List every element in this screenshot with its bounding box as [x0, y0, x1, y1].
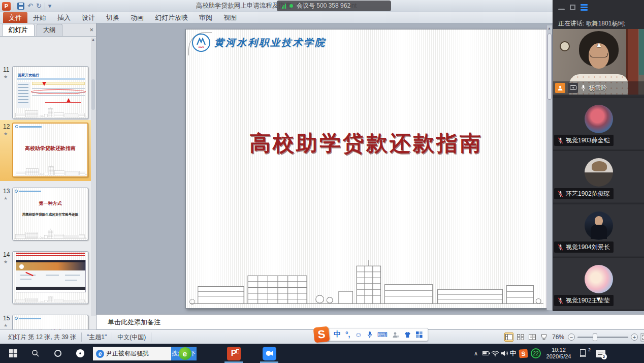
fit-to-window-button[interactable]: [640, 333, 644, 342]
tencent-meeting-taskbar-icon[interactable]: [258, 344, 280, 363]
minimize-icon[interactable]: [558, 9, 565, 10]
tab-animations[interactable]: 动画: [125, 12, 149, 23]
slide-canvas[interactable]: 1929 黄河水利职业技术学院 高校助学贷款还款指南: [185, 29, 547, 309]
powerpoint-taskbar-icon[interactable]: P: [222, 344, 245, 363]
animation-star-icon: ★: [4, 323, 8, 328]
thumb-subtitle: 用高校助学贷款生成的支付宝账号还款: [13, 213, 88, 217]
campus-sketch: [14, 295, 87, 302]
tab-transitions[interactable]: 切换: [101, 12, 125, 23]
wall-clock: [560, 41, 570, 51]
emoji-icon[interactable]: ☺: [355, 330, 362, 339]
input-language-indicator[interactable]: 中: [508, 344, 518, 363]
slideshow-view-button[interactable]: [539, 332, 549, 342]
ime-mode-chinese[interactable]: 中: [334, 330, 341, 339]
slide-number: 11: [3, 66, 12, 73]
status-dot-icon: [289, 4, 293, 8]
sogou-logo-icon[interactable]: S: [313, 326, 330, 343]
maximize-icon[interactable]: [570, 5, 575, 10]
participant-tile[interactable]: 视觉1903薛金铠: [553, 97, 644, 149]
participant-name: 视觉1903薛金铠: [566, 136, 610, 145]
scroll-up-icon[interactable]: ▲: [548, 26, 551, 30]
sogou-pinwheel-icon[interactable]: [70, 344, 90, 363]
signal-icon: [282, 4, 286, 9]
tab-file[interactable]: 文件: [3, 12, 27, 23]
tab-review[interactable]: 审阅: [194, 12, 218, 23]
scroll-down-icon[interactable]: ▼: [595, 295, 602, 303]
tab-design[interactable]: 设计: [76, 12, 101, 23]
slide-thumbnail-13[interactable]: 第一种方式 用高校助学贷款生成的支付宝账号还款: [12, 188, 88, 240]
school-name: 黄河水利职业技术学院: [214, 36, 326, 49]
normal-view-button[interactable]: [504, 332, 513, 342]
zoom-slider-thumb[interactable]: [593, 334, 597, 341]
scroll-up-icon[interactable]: ▲: [91, 38, 95, 41]
tab-outline[interactable]: 大纲: [37, 24, 62, 36]
video-tile[interactable]: 杨雪吟: [553, 29, 644, 95]
tab-slideshow[interactable]: 幻灯片放映: [149, 12, 194, 23]
slide-thumbnail-11[interactable]: 国家开发银行: [12, 66, 88, 119]
notification-windows-icon[interactable]: 2: [578, 344, 591, 363]
reading-view-button[interactable]: [528, 332, 537, 342]
zoom-out-button[interactable]: −: [568, 334, 575, 341]
account-icon[interactable]: [392, 331, 399, 338]
virtual-keyboard-icon[interactable]: ⌨: [377, 330, 388, 339]
slide-thumbnail-12[interactable]: 高校助学贷款还款指南: [12, 123, 88, 177]
search-icon[interactable]: [25, 344, 46, 363]
language-indicator[interactable]: 中文(中国): [112, 332, 151, 342]
tab-insert[interactable]: 插入: [52, 12, 76, 23]
red-arrow-annotation: [67, 96, 71, 102]
clock[interactable]: 10:122020/5/24: [541, 344, 576, 363]
tab-view[interactable]: 视图: [218, 12, 242, 23]
thumb-bank-title: 国家开发银行: [18, 73, 39, 78]
ime-toolbar[interactable]: S 中 °, ☺ ⌨: [314, 327, 428, 342]
animation-star-icon: ★: [4, 196, 8, 201]
tab-slides[interactable]: 幻灯片: [2, 24, 35, 36]
ime-punctuation-icon[interactable]: °,: [345, 330, 350, 339]
theme-name: "主题1": [82, 332, 112, 342]
slide-thumbnail-14[interactable]: [12, 251, 88, 304]
logo-year: 1929: [198, 46, 204, 48]
participant-name: 视觉1904刘景长: [566, 243, 610, 252]
mic-muted-icon: [558, 137, 563, 144]
red-arrow-annotation: [42, 82, 46, 88]
sogou-tray-icon[interactable]: S: [517, 344, 529, 363]
tray-expand-icon[interactable]: ∧: [471, 344, 480, 363]
voice-input-icon[interactable]: [367, 331, 373, 339]
toolbox-icon[interactable]: [416, 331, 423, 338]
ribbon-tabs: 文件 开始 插入 设计 切换 动画 幻灯片放映 审阅 视图: [0, 12, 644, 23]
editor-scrollbar[interactable]: ▲: [546, 25, 552, 310]
start-button[interactable]: [3, 344, 23, 363]
participant-name: 杨雪吟: [589, 84, 607, 93]
skin-icon[interactable]: [404, 331, 411, 338]
campus-sketch: [189, 256, 544, 305]
browser-icon[interactable]: e: [176, 344, 194, 363]
cortana-icon[interactable]: [48, 344, 68, 363]
slide-title[interactable]: 高校助学贷款还款指南: [186, 129, 546, 158]
animation-star-icon: ★: [4, 74, 8, 79]
taskbar-search-box[interactable]: e 尹正被邻居骚扰: [93, 347, 171, 360]
zoom-slider[interactable]: [577, 337, 628, 338]
avatar: [585, 105, 613, 133]
mic-on-icon: [581, 84, 586, 92]
slide-number: 15: [3, 315, 12, 322]
meeting-floating-bar[interactable]: 会议号 500 358 962: [277, 1, 391, 11]
scrollbar-thumb[interactable]: [91, 79, 95, 110]
slide-sorter-view-button[interactable]: [516, 332, 525, 342]
slide-thumbnail-15[interactable]: 第二种方式 登录任意支付宝账号还款: [12, 315, 88, 329]
thumb-title: 高校助学贷款还款指南: [13, 145, 87, 152]
close-icon[interactable]: ×: [89, 26, 93, 34]
thumbnails-scrollbar[interactable]: ▲: [91, 38, 96, 316]
action-center-icon[interactable]: 2: [593, 344, 607, 363]
member-list-icon[interactable]: [581, 4, 588, 11]
avatar: [585, 211, 613, 240]
thumb-heading: 第一种方式: [13, 200, 88, 207]
collapse-up-icon[interactable]: ▲: [596, 41, 602, 48]
tab-home[interactable]: 开始: [27, 12, 52, 23]
titlebar: P ↶ ↻ ▾ 高校助学贷款网上申请流程及指南 - Microsoft Powe…: [0, 0, 644, 12]
participant-tile[interactable]: 环艺1902范俊琛: [553, 150, 644, 202]
desktop: P ↶ ↻ ▾ 高校助学贷款网上申请流程及指南 - Microsoft Powe…: [0, 0, 644, 363]
antivirus-tray-badge[interactable]: 22: [529, 344, 542, 363]
campus-sketch: [14, 164, 87, 175]
scrollbar-thumb[interactable]: [548, 34, 552, 100]
participant-tile[interactable]: 视觉1904刘景长: [553, 203, 644, 256]
zoom-in-button[interactable]: +: [631, 334, 638, 341]
